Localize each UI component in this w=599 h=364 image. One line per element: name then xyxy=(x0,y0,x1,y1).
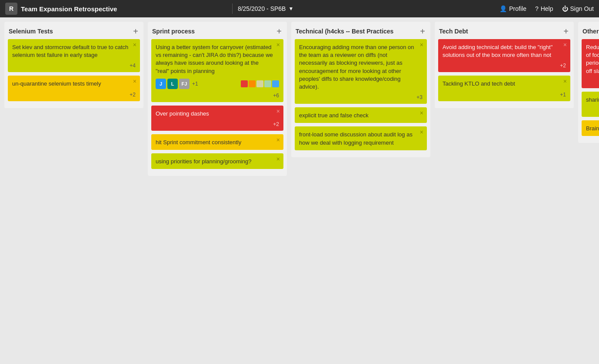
help-label: Help xyxy=(541,5,553,12)
card-footer: +3 xyxy=(299,94,423,100)
card-card-t1: ×Encouraging adding more than one person… xyxy=(295,39,427,104)
close-icon[interactable]: × xyxy=(276,137,280,143)
signout-label: Sign Out xyxy=(570,5,594,12)
card-vote-count: +2 xyxy=(273,121,279,127)
card-footer: +2 xyxy=(586,107,599,113)
card-card-td1: ×Avoid adding technical debt; build the … xyxy=(438,39,570,72)
card-card-td2: ×Tackling KTLO and tech debt+1 xyxy=(438,76,570,101)
card-text: Avoid adding technical debt; build the "… xyxy=(443,43,566,59)
close-icon[interactable]: × xyxy=(133,42,136,48)
card-text: explicit true and false check xyxy=(299,112,423,119)
close-icon[interactable]: × xyxy=(133,78,136,84)
card-text: Reduce meetings; increase contiguous blo… xyxy=(586,43,599,75)
color-dots xyxy=(241,80,279,87)
logo-letter: R xyxy=(9,5,13,12)
card-vote-count: +1 xyxy=(560,92,566,98)
close-icon[interactable]: × xyxy=(420,42,423,48)
card-vote-count: +2 xyxy=(560,63,566,69)
card-card-t3: ×front-load some discussion about audit … xyxy=(295,126,427,150)
card-text: using priorities for planning/grooming? xyxy=(156,158,279,165)
card-text: Brainstorms xyxy=(586,125,599,132)
header-divider xyxy=(232,3,233,14)
column-header-tech-debt: Tech Debt+ xyxy=(438,25,570,39)
avatar-extra-count: +1 xyxy=(192,81,198,87)
color-dot xyxy=(272,80,279,87)
app-logo: R xyxy=(5,3,17,15)
column-selenium-tests: Selenium Tests+×Set kiev and stormcrow d… xyxy=(4,22,143,108)
color-dot xyxy=(241,80,248,87)
close-icon[interactable]: × xyxy=(563,42,567,48)
color-dot xyxy=(256,80,263,87)
column-title-sprint-process: Sprint process xyxy=(152,28,195,35)
header: R Team Expansion Retrospective 8/25/2020… xyxy=(0,0,599,17)
column-add-button-technical-hacks[interactable]: + xyxy=(419,27,426,36)
card-text: Over pointing dashes xyxy=(156,110,279,118)
question-icon: ? xyxy=(535,5,539,12)
column-other: Other+×Reduce meetings; increase contigu… xyxy=(578,22,599,143)
chevron-down-icon: ▼ xyxy=(288,6,293,12)
power-icon: ⏻ xyxy=(562,5,568,12)
board: Selenium Tests+×Set kiev and stormcrow d… xyxy=(0,17,599,364)
card-vote-count: +3 xyxy=(416,94,423,100)
column-title-technical-hacks: Technical (h4cks -- Best Practices xyxy=(296,28,393,35)
profile-label: Profile xyxy=(509,5,526,12)
column-technical-hacks: Technical (h4cks -- Best Practices+×Enco… xyxy=(291,22,430,157)
card-card-sp2: ×Over pointing dashes+2 xyxy=(151,106,283,131)
card-footer: +2 xyxy=(443,63,566,69)
close-icon[interactable]: × xyxy=(276,156,280,162)
close-icon[interactable]: × xyxy=(420,110,423,116)
card-text: un-quarantine selenium tests timely xyxy=(12,80,136,88)
close-icon[interactable]: × xyxy=(276,42,280,48)
card-footer: +6 xyxy=(156,93,279,99)
card-footer: +4 xyxy=(12,63,136,69)
avatar-group: JLFJ+1 xyxy=(156,79,198,89)
column-sprint-process: Sprint process+×Using a better system fo… xyxy=(148,22,287,176)
card-vote-count: +6 xyxy=(273,93,279,99)
column-title-other: Other xyxy=(582,28,599,35)
card-footer: +2 xyxy=(12,92,136,98)
column-title-tech-debt: Tech Debt xyxy=(439,28,468,35)
card-text: hit Sprint commitment consistently xyxy=(156,139,279,146)
color-dot xyxy=(264,80,271,87)
card-meta: JLFJ+1 xyxy=(156,79,279,89)
avatar: L xyxy=(167,79,178,89)
avatar: J xyxy=(156,79,166,89)
card-footer: +4 xyxy=(586,79,599,85)
card-card-t2: ×explicit true and false check xyxy=(295,107,427,123)
card-vote-count: +4 xyxy=(130,63,136,69)
close-icon[interactable]: × xyxy=(420,129,423,135)
column-tech-debt: Tech Debt+×Avoid adding technical debt; … xyxy=(435,22,574,108)
sprint-label: 8/25/2020 - SP6B xyxy=(238,5,286,12)
close-icon[interactable]: × xyxy=(276,108,280,114)
signout-nav-item[interactable]: ⏻ Sign Out xyxy=(562,5,594,12)
card-vote-count: +2 xyxy=(130,92,136,98)
card-text: Set kiev and stormcrow default to true t… xyxy=(12,43,136,59)
card-text: front-load some discussion about audit l… xyxy=(299,131,423,146)
card-text: sharing out work playlists xyxy=(586,96,599,104)
column-header-sprint-process: Sprint process+ xyxy=(151,25,283,39)
card-card-o1: ×Reduce meetings; increase contiguous bl… xyxy=(582,39,599,88)
column-add-button-sprint-process[interactable]: + xyxy=(276,27,283,36)
card-text: Encouraging adding more than one person … xyxy=(299,43,423,91)
card-card-o3: ×Brainstorms xyxy=(582,120,599,136)
card-card-1: ×Set kiev and stormcrow default to true … xyxy=(8,39,140,72)
card-card-sp1: ×Using a better system for carryover (es… xyxy=(151,39,283,102)
column-add-button-selenium-tests[interactable]: + xyxy=(132,27,139,36)
color-dot xyxy=(249,80,256,87)
card-text: Using a better system for carryover (est… xyxy=(156,43,279,75)
column-header-technical-hacks: Technical (h4cks -- Best Practices+ xyxy=(295,25,427,39)
card-card-o2: ×sharing out work playlists+2 xyxy=(582,92,599,117)
help-nav-item[interactable]: ? Help xyxy=(535,5,553,12)
column-add-button-tech-debt[interactable]: + xyxy=(562,27,569,36)
close-icon[interactable]: × xyxy=(563,78,567,84)
column-title-selenium-tests: Selenium Tests xyxy=(9,28,53,35)
person-icon: 👤 xyxy=(499,5,507,12)
app-title: Team Expansion Retrospective xyxy=(21,5,227,13)
sprint-selector[interactable]: 8/25/2020 - SP6B ▼ xyxy=(238,5,293,12)
card-footer: +1 xyxy=(443,92,566,98)
column-header-other: Other+ xyxy=(582,25,599,39)
card-text: Tackling KTLO and tech debt xyxy=(443,80,566,88)
profile-nav-item[interactable]: 👤 Profile xyxy=(499,5,526,12)
card-card-sp3: ×hit Sprint commitment consistently xyxy=(151,134,283,150)
card-card-2: ×un-quarantine selenium tests timely+2 xyxy=(8,76,140,101)
